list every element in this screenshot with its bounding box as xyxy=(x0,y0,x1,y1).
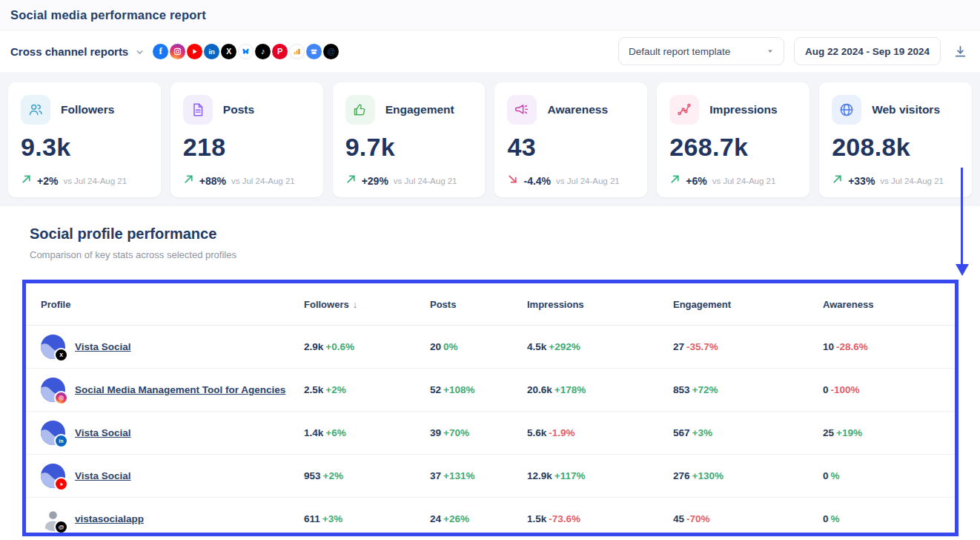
column-header-awareness[interactable]: Awareness xyxy=(823,299,955,310)
column-header-impressions[interactable]: Impressions xyxy=(527,299,673,310)
date-range-value: Aug 22 2024 - Sep 19 2024 xyxy=(805,46,930,57)
followers-cell: 2.9k+0.6% xyxy=(304,341,430,352)
tiktok-icon[interactable]: ♪ xyxy=(255,44,271,59)
awareness-cell: 0% xyxy=(823,513,955,524)
impressions-cell: 12.9k+117% xyxy=(527,470,673,481)
stat-card-posts: Posts 218 +88% vs Jul 24-Aug 21 xyxy=(170,82,323,197)
table-header-row: Profile Followers↓ Posts Impressions Eng… xyxy=(26,283,955,326)
title-bar: Social media performance report xyxy=(0,0,980,30)
awareness-cell: 0-100% xyxy=(823,384,955,395)
profile-link[interactable]: Vista Social xyxy=(75,470,131,481)
youtube-badge-icon xyxy=(54,477,68,491)
avatar xyxy=(41,378,65,402)
awareness-cell: 0% xyxy=(823,470,955,481)
google-analytics-icon[interactable] xyxy=(289,44,305,59)
google-business-profile-icon[interactable] xyxy=(306,44,322,59)
trend-up-icon xyxy=(669,174,681,188)
posts-icon xyxy=(183,95,213,125)
card-change: +2% xyxy=(37,175,58,187)
stat-card-awareness: Awareness 43 -4.4% vs Jul 24-Aug 21 xyxy=(494,82,647,197)
trend-up-icon xyxy=(832,174,843,188)
engagement-cell: 276+130% xyxy=(673,470,823,481)
card-compare-period: vs Jul 24-Aug 21 xyxy=(63,177,127,185)
page-title: Social media performance report xyxy=(10,8,206,22)
trend-up-icon xyxy=(21,174,32,188)
table-row: Social Media Management Tool for Agencie… xyxy=(26,369,955,412)
facebook-icon[interactable]: f xyxy=(153,44,168,59)
card-compare-period: vs Jul 24-Aug 21 xyxy=(712,177,776,185)
column-header-engagement[interactable]: Engagement xyxy=(673,299,823,310)
section-subtitle: Comparison of key stats across selected … xyxy=(30,249,950,260)
followers-cell: 1.4k+6% xyxy=(304,427,430,438)
trend-down-icon xyxy=(507,174,518,188)
profile-cell: @ vistasocialapp xyxy=(41,507,304,531)
threads-badge-icon: @ xyxy=(54,520,68,534)
profile-link[interactable]: vistasocialapp xyxy=(75,513,144,524)
impressions-cell: 20.6k+178% xyxy=(527,384,673,395)
posts-cell: 39+70% xyxy=(430,427,527,438)
linkedin-icon[interactable]: in xyxy=(204,44,219,59)
profile-cell: Social Media Management Tool for Agencie… xyxy=(41,378,304,402)
chevron-down-icon[interactable] xyxy=(135,47,145,57)
impressions-cell: 4.5k+292% xyxy=(527,341,673,352)
date-range-picker[interactable]: Aug 22 2024 - Sep 19 2024 xyxy=(794,37,941,65)
impressions-cell: 5.6k-1.9% xyxy=(527,427,673,438)
report-template-value: Default report template xyxy=(629,46,730,57)
card-value: 268.7k xyxy=(669,132,797,162)
section-title: Social profile performance xyxy=(30,225,950,243)
profile-link[interactable]: Social Media Management Tool for Agencie… xyxy=(75,384,285,395)
cross-channel-reports-label[interactable]: Cross channel reports xyxy=(10,45,128,58)
x-icon[interactable]: X xyxy=(221,44,236,59)
card-compare-period: vs Jul 24-Aug 21 xyxy=(880,177,944,185)
followers-cell: 611+3% xyxy=(304,513,430,524)
engagement-cell: 27-35.7% xyxy=(673,341,823,352)
table-row: @ vistasocialapp 611+3% 24+26% 1.5k-73.6… xyxy=(26,498,955,536)
select-caret-icon xyxy=(767,46,774,57)
avatar xyxy=(41,464,65,488)
followers-cell: 2.5k+2% xyxy=(304,384,430,395)
card-value: 9.3k xyxy=(21,132,148,162)
column-header-followers[interactable]: Followers↓ xyxy=(304,299,430,310)
network-icon-list: f in X ♪ P @ xyxy=(153,44,339,59)
card-value: 9.7k xyxy=(345,132,473,162)
report-window: Social media performance report Cross ch… xyxy=(0,0,980,540)
card-title: Awareness xyxy=(547,103,608,116)
bluesky-icon[interactable] xyxy=(238,44,254,59)
download-button[interactable] xyxy=(950,42,970,61)
column-header-posts[interactable]: Posts xyxy=(430,299,527,310)
stat-card-impressions: Impressions 268.7k +6% vs Jul 24-Aug 21 xyxy=(657,82,810,197)
profile-cell: in Vista Social xyxy=(41,421,304,445)
posts-cell: 52+108% xyxy=(430,384,527,395)
table-row: in Vista Social 1.4k+6% 39+70% 5.6k-1.9%… xyxy=(26,412,955,455)
card-title: Followers xyxy=(61,103,114,116)
impressions-icon xyxy=(669,95,699,125)
card-value: 43 xyxy=(507,132,635,162)
profile-cell: X Vista Social xyxy=(41,335,304,359)
table-row: Vista Social 953+2% 37+131% 12.9k+117% 2… xyxy=(26,455,955,498)
avatar: X xyxy=(41,335,65,359)
engagement-cell: 45-70% xyxy=(673,513,823,524)
column-header-profile[interactable]: Profile xyxy=(41,299,304,310)
pinterest-icon[interactable]: P xyxy=(272,44,288,59)
engagement-icon xyxy=(345,95,375,125)
table-row: X Vista Social 2.9k+0.6% 200% 4.5k+292% … xyxy=(26,326,955,369)
toolbar: Cross channel reports f in X ♪ P xyxy=(0,30,980,72)
profile-link[interactable]: Vista Social xyxy=(75,427,131,438)
profile-link[interactable]: Vista Social xyxy=(75,341,131,352)
trend-up-icon xyxy=(345,174,357,188)
youtube-icon[interactable] xyxy=(187,44,202,59)
x-badge-icon: X xyxy=(54,348,68,362)
awareness-cell: 10-28.6% xyxy=(823,341,955,352)
instagram-icon[interactable] xyxy=(170,44,185,59)
stat-card-engagement: Engagement 9.7k +29% vs Jul 24-Aug 21 xyxy=(333,82,486,197)
card-change: +29% xyxy=(362,175,388,187)
posts-cell: 200% xyxy=(430,341,527,352)
card-compare-period: vs Jul 24-Aug 21 xyxy=(231,177,295,185)
card-title: Engagement xyxy=(385,103,454,116)
impressions-cell: 1.5k-73.6% xyxy=(527,513,673,524)
card-change: +88% xyxy=(199,175,226,187)
stat-cards-row: Followers 9.3k +2% vs Jul 24-Aug 21 Post… xyxy=(0,72,980,206)
threads-icon[interactable]: @ xyxy=(323,44,339,59)
avatar: in xyxy=(41,421,65,445)
report-template-select[interactable]: Default report template xyxy=(618,37,784,65)
